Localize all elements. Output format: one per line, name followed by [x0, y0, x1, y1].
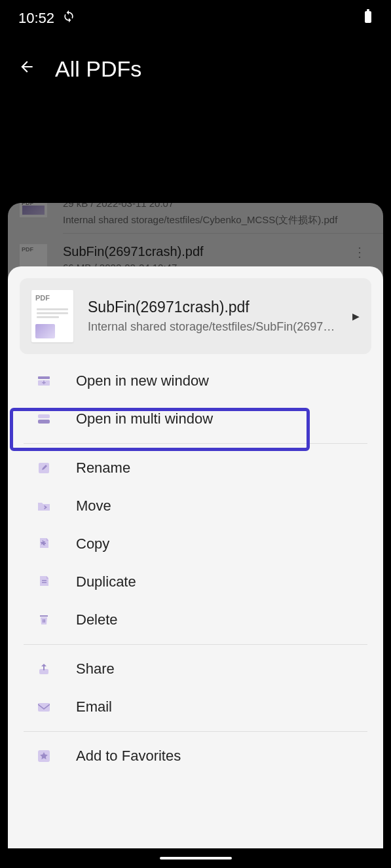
copy-icon: [35, 535, 52, 552]
rename-icon: [35, 460, 52, 477]
navigation-handle[interactable]: [0, 848, 391, 868]
svg-text:+: +: [42, 378, 46, 386]
chevron-right-icon: ▶: [352, 311, 360, 321]
menu-label: Add to Favorites: [76, 748, 181, 765]
highlight-annotation: [10, 408, 310, 451]
menu-item-new-window[interactable]: + Open in new window: [8, 362, 383, 400]
svg-rect-13: [40, 615, 48, 617]
menu-item-email[interactable]: Email: [8, 688, 383, 726]
duplicate-icon: [35, 573, 52, 590]
menu-label: Rename: [76, 460, 130, 477]
move-icon: [35, 497, 52, 515]
menu-label: Delete: [76, 611, 118, 628]
svg-rect-11: [42, 580, 47, 581]
menu-label: Move: [76, 497, 111, 515]
status-bar: 10:52: [0, 0, 391, 36]
svg-rect-1: [367, 9, 369, 11]
menu-label: Open in new window: [76, 372, 209, 389]
menu-item-move[interactable]: Move: [8, 487, 383, 525]
svg-rect-14: [43, 619, 44, 623]
share-icon: [35, 660, 52, 678]
status-time: 10:52: [18, 10, 54, 27]
delete-icon: [35, 611, 52, 628]
sheet-file-path: Internal shared storage/testfiles/SubFin…: [88, 320, 346, 334]
svg-rect-15: [45, 619, 46, 623]
back-arrow-icon[interactable]: [18, 58, 35, 80]
menu-item-favorite[interactable]: Add to Favorites: [8, 737, 383, 775]
menu-label: Email: [76, 698, 112, 715]
svg-rect-0: [365, 11, 371, 23]
sheet-file-title: SubFin(26971crash).pdf: [88, 298, 346, 316]
menu-label: Copy: [76, 535, 109, 552]
sync-icon: [62, 10, 75, 26]
svg-rect-17: [38, 703, 50, 712]
menu-item-copy[interactable]: Copy: [8, 525, 383, 563]
app-header: All PDFs: [0, 36, 391, 101]
menu-item-duplicate[interactable]: Duplicate: [8, 563, 383, 601]
menu-label: Duplicate: [76, 573, 136, 590]
sheet-file-header[interactable]: SubFin(26971crash).pdf Internal shared s…: [20, 278, 371, 354]
menu-label: Share: [76, 660, 115, 678]
svg-rect-10: [41, 543, 42, 545]
pdf-thumbnail-icon: [31, 290, 73, 342]
menu-item-rename[interactable]: Rename: [8, 449, 383, 487]
battery-icon: [363, 9, 373, 27]
svg-rect-12: [42, 582, 47, 583]
email-icon: [35, 698, 52, 715]
favorite-icon: [35, 748, 52, 765]
menu-item-delete[interactable]: Delete: [8, 601, 383, 639]
context-menu-sheet: SubFin(26971crash).pdf Internal shared s…: [8, 266, 383, 848]
menu-item-share[interactable]: Share: [8, 650, 383, 688]
new-window-icon: +: [35, 372, 52, 389]
page-title: All PDFs: [55, 56, 141, 82]
